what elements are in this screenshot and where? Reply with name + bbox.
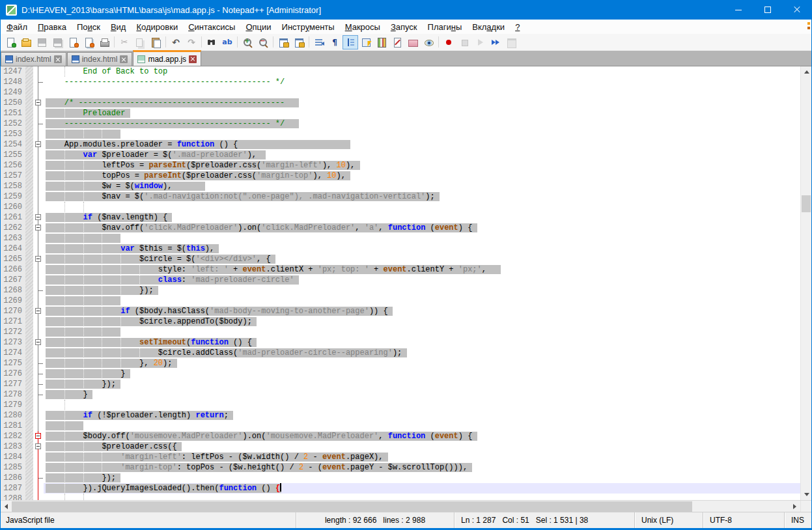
menu-item-?[interactable]: ? bbox=[510, 21, 525, 33]
fold-margin[interactable] bbox=[33, 119, 44, 129]
line-number[interactable]: 1270 bbox=[1, 306, 25, 316]
fold-margin[interactable] bbox=[33, 337, 44, 348]
fold-margin[interactable] bbox=[33, 202, 44, 212]
zoom-in-button[interactable]: + bbox=[240, 35, 255, 49]
bookmark-margin[interactable] bbox=[25, 431, 33, 441]
code-text[interactable]: if (!$preloader.length) return; bbox=[44, 410, 800, 421]
fold-margin[interactable] bbox=[33, 66, 44, 77]
horizontal-scrollbar-thumb[interactable] bbox=[12, 501, 692, 512]
bookmark-margin[interactable] bbox=[25, 244, 33, 254]
find-button[interactable] bbox=[204, 35, 219, 49]
fold-margin[interactable] bbox=[33, 150, 44, 160]
line-number[interactable]: 1279 bbox=[1, 400, 25, 410]
line-number[interactable]: 1265 bbox=[1, 254, 25, 264]
close-file-button[interactable] bbox=[65, 35, 81, 49]
fold-margin[interactable] bbox=[33, 191, 44, 202]
line-number[interactable]: 1281 bbox=[1, 421, 25, 431]
document-list-button[interactable] bbox=[389, 35, 405, 49]
fold-margin[interactable] bbox=[33, 348, 44, 358]
sync-scroll-h-button[interactable] bbox=[291, 35, 307, 49]
line-number[interactable]: 1280 bbox=[1, 410, 25, 421]
code-text[interactable]: var $preloader = $('.mad-preloader'), bbox=[44, 150, 800, 160]
vertical-scrollbar[interactable] bbox=[800, 66, 811, 500]
indent-guide-button[interactable] bbox=[343, 35, 358, 49]
bookmark-margin[interactable] bbox=[25, 181, 33, 191]
bookmark-margin[interactable] bbox=[25, 223, 33, 233]
scroll-right-arrow-icon[interactable] bbox=[789, 501, 800, 512]
fold-margin[interactable] bbox=[33, 212, 44, 223]
bookmark-margin[interactable] bbox=[25, 233, 33, 244]
fold-collapse-icon[interactable] bbox=[35, 225, 41, 230]
line-number[interactable]: 1269 bbox=[1, 296, 25, 306]
fold-margin[interactable] bbox=[33, 244, 44, 254]
bookmark-margin[interactable] bbox=[25, 400, 33, 410]
bookmark-margin[interactable] bbox=[25, 327, 33, 337]
code-text[interactable]: App.modules.preloader = function () { bbox=[44, 139, 800, 150]
fold-margin[interactable] bbox=[33, 223, 44, 233]
fold-margin[interactable] bbox=[33, 369, 44, 379]
line-number[interactable]: 1283 bbox=[1, 441, 25, 452]
bookmark-margin[interactable] bbox=[25, 483, 33, 494]
close-tab-icon[interactable] bbox=[189, 55, 197, 63]
code-text[interactable]: $preloader.css({ bbox=[44, 441, 800, 452]
code-text[interactable]: Preloader bbox=[44, 108, 800, 119]
undo-button[interactable]: ↶ bbox=[168, 35, 184, 49]
code-text[interactable] bbox=[44, 233, 800, 244]
bookmark-margin[interactable] bbox=[25, 348, 33, 358]
line-number[interactable]: 1267 bbox=[1, 275, 25, 285]
line-number[interactable]: 1251 bbox=[1, 108, 25, 119]
menu-item-вкладки[interactable]: Вкладки bbox=[467, 21, 510, 33]
line-number[interactable]: 1284 bbox=[1, 452, 25, 462]
fold-collapse-icon[interactable] bbox=[35, 339, 41, 345]
fold-margin[interactable] bbox=[33, 87, 44, 98]
bookmark-margin[interactable] bbox=[25, 410, 33, 421]
line-number[interactable]: 1255 bbox=[1, 150, 25, 160]
code-text[interactable]: 'margin-left': leftPos - ($w.width() / 2… bbox=[44, 452, 800, 462]
code-text[interactable]: }); bbox=[44, 473, 800, 483]
fold-margin[interactable] bbox=[33, 139, 44, 150]
bookmark-margin[interactable] bbox=[25, 462, 33, 473]
code-text[interactable] bbox=[44, 202, 800, 212]
fold-collapse-icon[interactable] bbox=[35, 433, 41, 439]
line-number[interactable]: 1254 bbox=[1, 139, 25, 150]
code-text[interactable] bbox=[44, 327, 800, 337]
line-number[interactable]: 1286 bbox=[1, 473, 25, 483]
code-text[interactable] bbox=[44, 296, 800, 306]
scroll-down-arrow-icon[interactable] bbox=[801, 489, 811, 500]
line-number[interactable]: 1268 bbox=[1, 285, 25, 296]
fold-collapse-icon[interactable] bbox=[35, 214, 41, 220]
bookmark-margin[interactable] bbox=[25, 66, 33, 77]
code-text[interactable]: } bbox=[44, 389, 800, 400]
line-number[interactable]: 1259 bbox=[1, 191, 25, 202]
line-number[interactable]: 1248 bbox=[1, 77, 25, 87]
menu-item-поиск[interactable]: Поиск bbox=[72, 21, 105, 33]
fold-margin[interactable] bbox=[33, 462, 44, 473]
code-text[interactable]: 'margin-top': topPos - ($w.height() / 2 … bbox=[44, 462, 800, 473]
bookmark-margin[interactable] bbox=[25, 316, 33, 327]
bookmark-margin[interactable] bbox=[25, 87, 33, 98]
close-button[interactable] bbox=[782, 0, 811, 20]
fold-margin[interactable] bbox=[33, 494, 44, 500]
code-text[interactable]: if ($nav.length) { bbox=[44, 212, 800, 223]
code-text[interactable] bbox=[44, 129, 800, 139]
line-number[interactable]: 1261 bbox=[1, 212, 25, 223]
line-number[interactable]: 1257 bbox=[1, 171, 25, 181]
line-number[interactable]: 1247 bbox=[1, 66, 25, 77]
code-text[interactable]: $nav = $('.mad-navigation:not(".one-page… bbox=[44, 191, 800, 202]
code-text[interactable]: $w = $(window), bbox=[44, 181, 800, 191]
fold-margin[interactable] bbox=[33, 327, 44, 337]
code-text[interactable]: var $this = $(this), bbox=[44, 244, 800, 254]
copy-button[interactable] bbox=[132, 35, 148, 49]
bookmark-margin[interactable] bbox=[25, 441, 33, 452]
print-button[interactable] bbox=[96, 35, 112, 49]
line-number[interactable]: 1288 bbox=[1, 494, 25, 500]
bookmark-margin[interactable] bbox=[25, 254, 33, 264]
bookmark-margin[interactable] bbox=[25, 108, 33, 119]
bookmark-margin[interactable] bbox=[25, 160, 33, 171]
tab-index.html[interactable]: index.html bbox=[67, 52, 133, 66]
scroll-left-arrow-icon[interactable] bbox=[1, 501, 12, 512]
horizontal-scrollbar[interactable] bbox=[1, 500, 811, 512]
code-text[interactable]: if ($body.hasClass('mad-body--moving-to-… bbox=[44, 306, 800, 316]
show-all-chars-button[interactable]: ¶ bbox=[327, 35, 343, 49]
fold-margin[interactable] bbox=[33, 129, 44, 139]
